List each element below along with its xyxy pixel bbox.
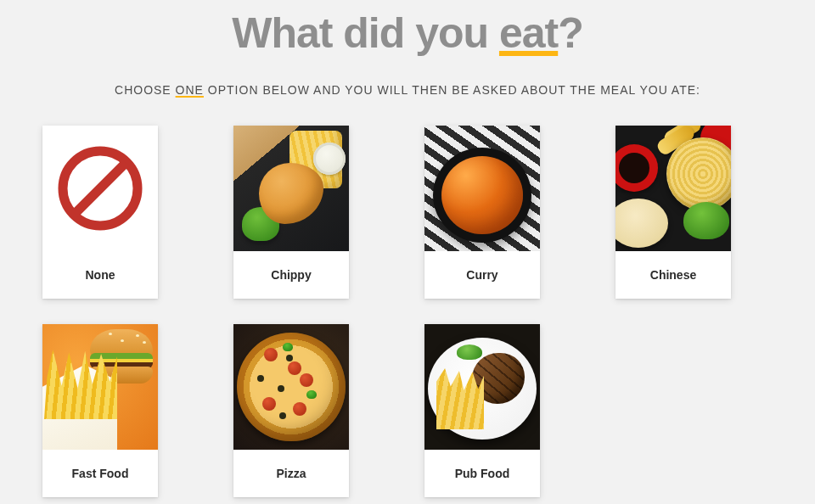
fish-and-chips-image bbox=[233, 126, 349, 251]
page-subheading: CHOOSE ONE OPTION BELOW AND YOU WILL THE… bbox=[42, 83, 773, 97]
page-title-prefix: What did you bbox=[232, 9, 499, 57]
subheading-suffix: OPTION BELOW AND YOU WILL THEN BE ASKED … bbox=[204, 83, 700, 97]
page-title: What did you eat? bbox=[42, 8, 773, 58]
option-card-fastfood[interactable]: Fast Food bbox=[42, 324, 158, 497]
subheading-prefix: CHOOSE bbox=[115, 83, 176, 97]
option-card-chinese[interactable]: Chinese bbox=[615, 126, 731, 299]
option-card-none[interactable]: None bbox=[42, 126, 158, 299]
page-content: What did you eat? CHOOSE ONE OPTION BELO… bbox=[0, 0, 815, 497]
chinese-food-image bbox=[615, 126, 731, 251]
pizza-image bbox=[233, 324, 349, 450]
option-label: None bbox=[42, 251, 158, 299]
steak-chips-image bbox=[424, 324, 540, 450]
options-grid: None Chippy Curry Chinese bbox=[42, 126, 773, 497]
page-title-suffix: ? bbox=[558, 9, 583, 57]
option-label: Curry bbox=[424, 251, 540, 299]
page-title-underlined: eat bbox=[499, 9, 558, 57]
option-label: Chippy bbox=[233, 251, 349, 299]
option-label: Chinese bbox=[615, 251, 731, 299]
option-label: Pub Food bbox=[424, 450, 540, 497]
option-card-curry[interactable]: Curry bbox=[424, 126, 540, 299]
option-label: Pizza bbox=[233, 450, 349, 497]
burger-fries-image bbox=[42, 324, 158, 450]
curry-bowl-image bbox=[424, 126, 540, 251]
prohibition-icon bbox=[42, 126, 158, 251]
svg-line-1 bbox=[75, 163, 126, 214]
option-card-pubfood[interactable]: Pub Food bbox=[424, 324, 540, 497]
option-label: Fast Food bbox=[42, 450, 158, 497]
option-card-chippy[interactable]: Chippy bbox=[233, 126, 349, 299]
option-card-pizza[interactable]: Pizza bbox=[233, 324, 349, 497]
subheading-underlined: ONE bbox=[176, 83, 204, 97]
